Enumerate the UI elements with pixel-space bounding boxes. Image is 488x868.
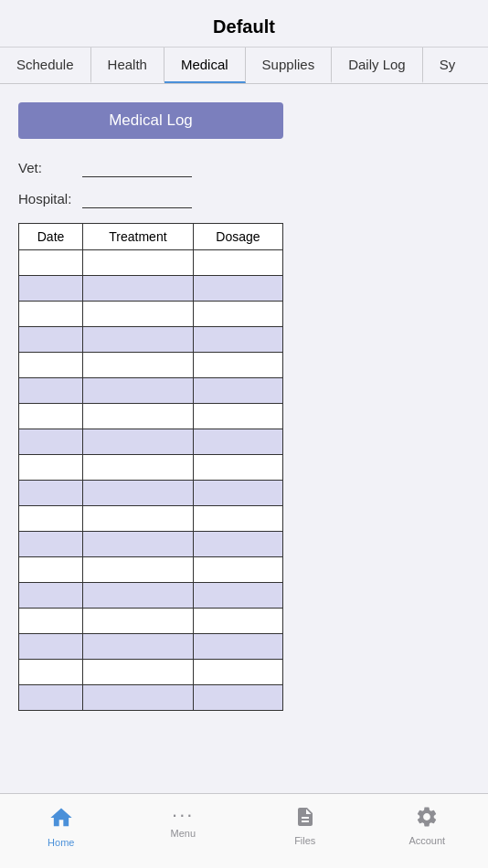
tab-health[interactable]: Health xyxy=(91,48,164,83)
table-cell[interactable] xyxy=(193,429,282,455)
table-cell[interactable] xyxy=(193,302,282,327)
table-cell[interactable] xyxy=(83,532,194,557)
table-cell[interactable] xyxy=(83,404,194,429)
section-header: Medical Log xyxy=(18,102,283,139)
col-treatment: Treatment xyxy=(83,224,194,250)
table-cell[interactable] xyxy=(193,685,282,711)
nav-home[interactable]: Home xyxy=(0,801,122,848)
table-cell[interactable] xyxy=(193,609,282,634)
table-cell[interactable] xyxy=(19,353,83,378)
main-content: Medical Log Vet: Hospital: Date Treatmen… xyxy=(0,84,488,783)
page-title: Default xyxy=(213,16,275,37)
account-icon xyxy=(415,805,439,832)
tab-supplies[interactable]: Supplies xyxy=(246,48,333,83)
table-cell[interactable] xyxy=(83,455,194,481)
table-cell[interactable] xyxy=(193,327,282,353)
table-cell[interactable] xyxy=(83,583,194,609)
files-icon xyxy=(294,805,316,832)
table-cell[interactable] xyxy=(19,506,83,532)
table-cell[interactable] xyxy=(19,557,83,583)
table-cell[interactable] xyxy=(19,685,83,711)
table-cell[interactable] xyxy=(83,685,194,711)
table-cell[interactable] xyxy=(19,455,83,481)
table-cell[interactable] xyxy=(193,353,282,378)
table-cell[interactable] xyxy=(83,353,194,378)
table-cell[interactable] xyxy=(83,634,194,660)
table-cell[interactable] xyxy=(19,404,83,429)
table-cell[interactable] xyxy=(19,532,83,557)
app-header: Default xyxy=(0,0,488,48)
table-cell[interactable] xyxy=(83,481,194,506)
vet-row: Vet: xyxy=(18,157,470,177)
menu-icon: ··· xyxy=(172,805,194,825)
table-cell[interactable] xyxy=(193,250,282,276)
col-date: Date xyxy=(19,224,83,250)
table-cell[interactable] xyxy=(19,250,83,276)
table-cell[interactable] xyxy=(19,660,83,685)
nav-menu[interactable]: ··· Menu xyxy=(122,801,245,839)
table-cell[interactable] xyxy=(193,481,282,506)
table-cell[interactable] xyxy=(83,557,194,583)
table-cell[interactable] xyxy=(193,583,282,609)
tab-sy[interactable]: Sy xyxy=(423,48,472,83)
table-cell[interactable] xyxy=(19,302,83,327)
table-cell[interactable] xyxy=(83,250,194,276)
hospital-label: Hospital: xyxy=(18,191,82,206)
table-cell[interactable] xyxy=(19,609,83,634)
nav-files-label: Files xyxy=(294,835,315,846)
nav-account-label: Account xyxy=(408,835,445,846)
table-cell[interactable] xyxy=(19,583,83,609)
table-cell[interactable] xyxy=(83,609,194,634)
tabs-bar: Schedule Health Medical Supplies Daily L… xyxy=(0,48,488,84)
table-cell[interactable] xyxy=(193,506,282,532)
table-cell[interactable] xyxy=(19,378,83,404)
medical-log-table: Date Treatment Dosage xyxy=(18,223,283,711)
table-cell[interactable] xyxy=(193,557,282,583)
table-cell[interactable] xyxy=(19,429,83,455)
vet-input[interactable] xyxy=(82,157,192,177)
vet-label: Vet: xyxy=(18,160,82,175)
col-dosage: Dosage xyxy=(193,224,282,250)
table-cell[interactable] xyxy=(83,327,194,353)
table-cell[interactable] xyxy=(193,404,282,429)
table-cell[interactable] xyxy=(193,276,282,302)
table-cell[interactable] xyxy=(83,378,194,404)
table-cell[interactable] xyxy=(193,378,282,404)
table-cell[interactable] xyxy=(83,302,194,327)
nav-account[interactable]: Account xyxy=(366,801,489,846)
nav-menu-label: Menu xyxy=(170,828,196,839)
bottom-nav: Home ··· Menu Files Account xyxy=(0,793,488,868)
table-cell[interactable] xyxy=(19,634,83,660)
table-cell[interactable] xyxy=(83,276,194,302)
home-icon xyxy=(48,805,74,834)
table-cell[interactable] xyxy=(83,506,194,532)
table-cell[interactable] xyxy=(83,429,194,455)
table-cell[interactable] xyxy=(193,660,282,685)
table-cell[interactable] xyxy=(19,276,83,302)
table-cell[interactable] xyxy=(193,634,282,660)
table-cell[interactable] xyxy=(193,455,282,481)
table-cell[interactable] xyxy=(83,660,194,685)
table-cell[interactable] xyxy=(193,532,282,557)
table-cell[interactable] xyxy=(19,481,83,506)
nav-files[interactable]: Files xyxy=(244,801,366,846)
nav-home-label: Home xyxy=(48,837,74,848)
hospital-input[interactable] xyxy=(82,188,192,208)
table-cell[interactable] xyxy=(19,327,83,353)
tab-schedule[interactable]: Schedule xyxy=(0,48,91,83)
hospital-row: Hospital: xyxy=(18,188,470,208)
tab-daily-log[interactable]: Daily Log xyxy=(332,48,423,83)
tab-medical[interactable]: Medical xyxy=(164,48,246,83)
